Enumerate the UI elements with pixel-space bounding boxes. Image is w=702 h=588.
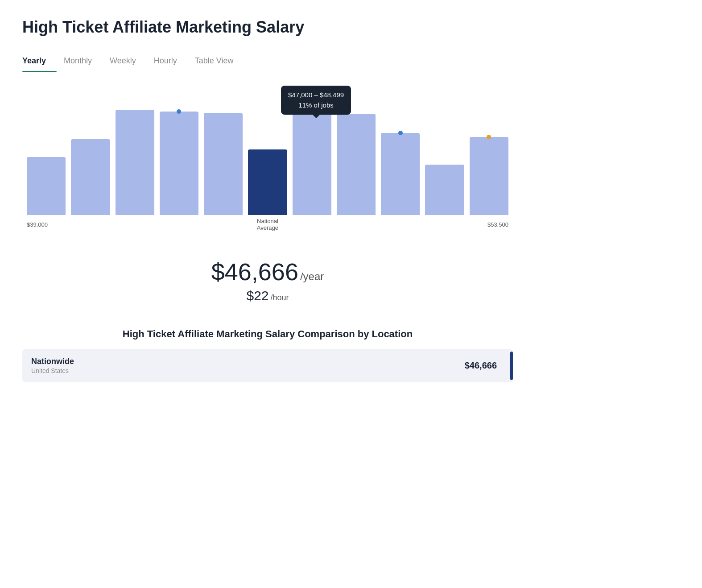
tab-bar: Yearly Monthly Weekly Hourly Table View (22, 51, 513, 72)
location-name: Nationwide (31, 357, 465, 366)
bar-dot-4 (177, 109, 181, 114)
location-salary: $46,666 (465, 360, 497, 371)
chart-area: $47,000 – $48,499 11% of jobs $39,000Nat… (22, 90, 513, 240)
bar-chart (22, 90, 513, 215)
bar-3 (116, 110, 154, 215)
page-title: High Ticket Affiliate Marketing Salary (22, 18, 513, 37)
bar-2 (71, 139, 110, 215)
bar-wrapper-9[interactable] (381, 133, 420, 215)
bar-wrapper-4[interactable] (160, 112, 198, 215)
tab-monthly[interactable]: Monthly (64, 51, 103, 72)
bar-wrapper-8[interactable] (337, 114, 376, 215)
tab-table-view[interactable]: Table View (195, 51, 244, 72)
bar-wrapper-7[interactable] (293, 104, 331, 215)
bar-10 (425, 165, 464, 215)
salary-display: $46,666/year $22/hour (22, 254, 513, 303)
tooltip-percent: 11% of jobs (288, 100, 344, 111)
tab-weekly[interactable]: Weekly (110, 51, 147, 72)
chart-national-avg-label: National Average (248, 218, 287, 231)
bar-1 (27, 157, 66, 215)
tooltip-range: $47,000 – $48,499 (288, 90, 344, 100)
bar-wrapper-1[interactable] (27, 157, 66, 215)
bar-4 (160, 112, 198, 215)
comparison-section: High Ticket Affiliate Marketing Salary C… (22, 328, 513, 382)
salary-yearly: $46,666 (211, 258, 298, 285)
location-row: NationwideUnited States$46,666 (22, 349, 513, 382)
salary-hourly: $22/hour (22, 288, 513, 303)
bar-11 (470, 137, 508, 215)
tab-yearly[interactable]: Yearly (22, 51, 57, 72)
bar-7 (293, 104, 331, 215)
location-bar-accent (510, 352, 513, 380)
bar-5 (204, 113, 243, 215)
bar-wrapper-5[interactable] (204, 113, 243, 215)
bar-8 (337, 114, 376, 215)
location-sub: United States (31, 367, 465, 374)
bar-9 (381, 133, 420, 215)
chart-axis-labels: $39,000National Average$53,500 (22, 218, 513, 231)
chart-right-label: $53,500 (470, 221, 508, 228)
salary-yearly-unit: /year (300, 270, 324, 282)
comparison-title: High Ticket Affiliate Marketing Salary C… (22, 328, 513, 340)
bar-wrapper-10[interactable] (425, 165, 464, 215)
bar-wrapper-3[interactable] (116, 110, 154, 215)
tab-hourly[interactable]: Hourly (154, 51, 188, 72)
bar-wrapper-2[interactable] (71, 139, 110, 215)
bar-dot-9 (398, 131, 403, 135)
location-info-0: NationwideUnited States (31, 357, 465, 374)
chart-left-label: $39,000 (27, 221, 66, 228)
bar-6 (248, 149, 287, 215)
bar-wrapper-11[interactable] (470, 137, 508, 215)
chart-tooltip: $47,000 – $48,499 11% of jobs (281, 86, 351, 115)
bar-wrapper-6[interactable] (248, 149, 287, 215)
bar-dot-11 (487, 135, 491, 139)
